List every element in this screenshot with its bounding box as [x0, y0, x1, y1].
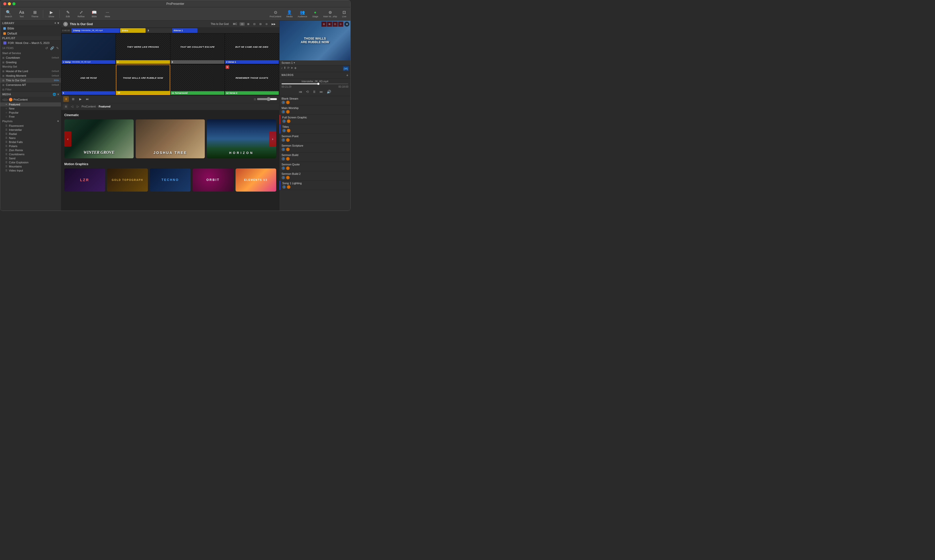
note-icon[interactable]: ♪	[281, 66, 283, 71]
sidebar-item-house[interactable]: ⊞ House of the Lord Default	[0, 69, 61, 74]
send-icon[interactable]: ➤	[291, 66, 293, 71]
progress-knob[interactable]	[317, 83, 319, 85]
library-add-button[interactable]: +	[54, 22, 56, 25]
slide-8[interactable]: REMEMBER THOSE GIANTS S 12 Verse 2	[225, 65, 279, 95]
preview-icon-1[interactable]: ⊟	[321, 22, 326, 27]
playlist-sand[interactable]: ☰ Sand	[0, 156, 61, 160]
preview-icon-4[interactable]: ⊙	[338, 22, 343, 27]
playlist-color-explosion[interactable]: ☰ Color Explosion	[0, 160, 61, 165]
toolbar-more[interactable]: ··· More	[101, 9, 114, 19]
timeline-verse1[interactable]: 4 Verse 1	[172, 28, 197, 33]
sidebar-item-countdown[interactable]: ⊞ Countdown Default	[0, 55, 61, 60]
preview-icon-2[interactable]: ⊞	[327, 22, 332, 27]
playlist-fluorescent[interactable]: ☰ Fluorescent	[0, 124, 61, 128]
minimize-button[interactable]	[8, 2, 11, 5]
toolbar-main-worship[interactable]: ⊜ Main W...ship	[321, 9, 339, 19]
card-gold-topograph[interactable]: Gold Topograph	[107, 168, 148, 191]
macro-sermon-scripture[interactable]: Sermon Scripture 👤 ↑	[280, 143, 351, 152]
slide-7[interactable]: 11 Turnaround	[171, 65, 225, 95]
sidebar-item-hosting[interactable]: ⊞ Hosting Moment Default	[0, 74, 61, 78]
media-expand-icon[interactable]: ▾	[57, 93, 59, 96]
macros-add-button[interactable]: +	[346, 73, 348, 77]
playlist-zion-remix[interactable]: ☰ Zion Remix	[0, 148, 61, 152]
slide-4[interactable]: BUT HE CAME AND HE DIED 4 Verse 1	[225, 34, 279, 64]
slide-5[interactable]: AND HE ROSE 5	[62, 65, 115, 95]
toolbar-theme[interactable]: ⊞ Theme	[29, 9, 41, 19]
arrow-up-icon[interactable]: ⬆	[283, 66, 286, 71]
progress-bar[interactable]	[281, 83, 348, 85]
topbar-btn-5[interactable]: ▶▶	[270, 22, 277, 26]
link-icon[interactable]: 🔗	[50, 46, 54, 50]
macro-titles[interactable]: Titles 👤 ↑	[280, 124, 351, 134]
card-winter-grove[interactable]: Winter Grove	[64, 119, 134, 158]
volume-icon[interactable]: 🔊	[326, 89, 332, 94]
toolbar-show[interactable]: ▶ Show	[45, 9, 57, 19]
breadcrumb-procontent[interactable]: ProContent	[82, 105, 96, 108]
screen-icon-btn[interactable]: ⊡	[240, 22, 245, 26]
slide-1[interactable]: 1 Vamp Interstellar_08_HD.mp4	[62, 34, 115, 64]
cinematic-arrow-left[interactable]: ‹	[64, 131, 71, 147]
toolbar-audience[interactable]: 👥 Audience	[295, 9, 309, 19]
close-button[interactable]	[3, 2, 6, 5]
macro-song-1-lighting[interactable]: Song 1 Lighting 👤 ↑	[280, 181, 351, 190]
card-elements-v3[interactable]: Elements V3	[235, 168, 276, 191]
browser-forward-nav[interactable]: ▷	[76, 104, 80, 109]
playlist-video-input[interactable]: ☰ Video Input	[0, 168, 61, 172]
pause-icon[interactable]: ⏸	[312, 89, 317, 94]
card-horizon[interactable]: Horizon	[207, 119, 276, 158]
play-button[interactable]: ▶	[77, 96, 83, 102]
refresh-icon[interactable]: ↺	[45, 46, 48, 50]
sidebar-item-cornerstone[interactable]: ⊞ Cornerstone-MT Default	[0, 83, 61, 87]
topbar-btn-1[interactable]: ⊞	[246, 22, 251, 26]
timeline-vamp[interactable]: 1 Vamp Interstellar_08_HD.mp4	[71, 28, 120, 33]
timeline-3[interactable]: 3	[146, 28, 172, 33]
macro-sermon-point[interactable]: Sermon Point 👤 ↑	[280, 134, 351, 143]
media-free-item[interactable]: ☆ Free	[0, 115, 61, 118]
zoom-range-input[interactable]	[257, 97, 277, 101]
screen-select[interactable]: Screen 1 ▾	[280, 60, 351, 65]
playlist-interstellar[interactable]: ☰ Interstellar	[0, 128, 61, 132]
macro-sermon-build-2[interactable]: Sermon Build 2 👤 ↑	[280, 171, 351, 181]
forward-icon[interactable]: ⏭	[318, 89, 324, 94]
toolbar-reflow[interactable]: ⤢ Reflow	[75, 9, 87, 19]
card-techno[interactable]: Techno	[150, 168, 191, 191]
topbar-btn-2[interactable]: ⊡	[252, 22, 257, 26]
sidebar-item-default[interactable]: Default	[0, 31, 61, 36]
media-globe-icon[interactable]: 🌐	[52, 93, 56, 96]
rewind-icon[interactable]: ⏮	[298, 89, 303, 94]
macro-main-worship[interactable]: Main Worship 👤 ↑	[280, 105, 351, 115]
browser-back-button[interactable]: ◁	[2, 98, 5, 102]
toolbar-media[interactable]: 👤 Media	[284, 9, 295, 19]
macro-blank-stream[interactable]: Blank Stream 👤 ↑	[280, 96, 351, 105]
timeline-intro[interactable]: 2 Intro	[120, 28, 146, 33]
preview-close-button[interactable]: ✕	[344, 22, 349, 27]
media-new-item[interactable]: ☆ New	[0, 106, 61, 111]
playlist-nano[interactable]: ☰ Nano	[0, 136, 61, 140]
toolbar-bible[interactable]: 📖 Bible	[88, 9, 100, 19]
media-popular-item[interactable]: ☆ Popular	[0, 111, 61, 115]
preview-icon-3[interactable]: ⊡	[332, 22, 338, 27]
macro-sermon-quote[interactable]: Sermon Quote 👤 ↑	[280, 162, 351, 171]
playlist-mountains[interactable]: ☰ Mountains	[0, 165, 61, 168]
playlists-add-button[interactable]: +	[57, 119, 59, 123]
playlist-bridal-falls[interactable]: ☰ Bridal Falls	[0, 140, 61, 144]
cinematic-arrow-right[interactable]: ›	[269, 131, 276, 147]
macro-full-screen-graphic[interactable]: Full Screen Graphic 👤 ↑	[280, 115, 351, 124]
toolbar-edit[interactable]: ✎ Edit	[62, 9, 74, 19]
playlist-item-for[interactable]: FOR: Week One – March 5, 2023	[0, 41, 61, 45]
card-joshua-tree[interactable]: Joshua Tree	[136, 119, 205, 158]
skip-button[interactable]: ⏭	[85, 96, 90, 102]
slide-2[interactable]: THEY WERE LIKE PRISONS 2	[116, 34, 170, 64]
filter-icon[interactable]: ⊟	[2, 88, 4, 91]
topbar-btn-3[interactable]: ⊟	[258, 22, 263, 26]
toolbar-search[interactable]: 🔍 Search	[2, 9, 14, 19]
browser-forward-button[interactable]: ▷	[6, 98, 8, 102]
slide-3[interactable]: THAT WE COULDN'T ESCAPE 3	[171, 34, 225, 64]
cmd-c-button[interactable]: ⌘C	[231, 22, 238, 26]
toolbar-text[interactable]: Aa Text	[15, 9, 28, 19]
card-lzr[interactable]: LZR	[64, 168, 105, 191]
browser-back-nav[interactable]: ◁	[70, 104, 74, 109]
history-icon[interactable]: ⟳	[287, 66, 290, 71]
sidebar-item-greeting[interactable]: ⊞ Greeting	[0, 60, 61, 65]
slide-6[interactable]: THOSE WALLS ARE RUBBLE NOW 10	[116, 65, 170, 95]
